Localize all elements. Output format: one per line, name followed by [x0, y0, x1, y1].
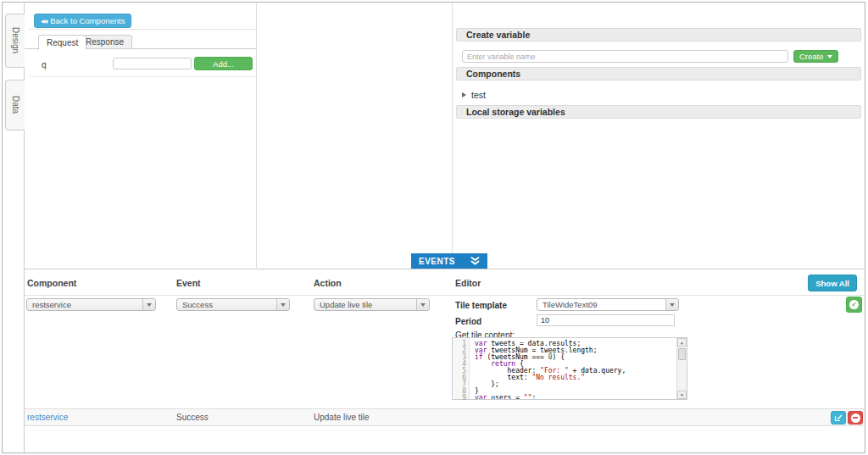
divider: [29, 29, 256, 30]
back-to-components-button[interactable]: ◀◀ Back to Components: [34, 14, 131, 28]
caret-down-icon: [670, 303, 675, 307]
column-component: Component: [27, 278, 76, 288]
component-select-value: restservice: [32, 299, 71, 310]
pencil-square-icon: [834, 413, 843, 422]
expander-icon: [462, 92, 466, 97]
row-action-value: Update live tile: [314, 409, 370, 425]
variable-name-input[interactable]: [462, 50, 788, 63]
component-item-label: test: [471, 90, 486, 100]
events-collapse-toggle[interactable]: EVENTS: [411, 253, 487, 269]
caret-down-icon: [147, 303, 152, 307]
sidebar-tab-design[interactable]: Design: [5, 14, 25, 68]
code-line: text: "No results.": [475, 375, 676, 381]
delete-event-button[interactable]: [848, 411, 863, 424]
add-param-button[interactable]: Add...: [194, 57, 253, 70]
middle-panel: [258, 3, 453, 269]
event-select[interactable]: Success: [176, 298, 290, 311]
param-value-input[interactable]: [113, 58, 192, 69]
save-event-button[interactable]: ✓: [846, 297, 862, 313]
select-dropdown-button[interactable]: [276, 299, 289, 310]
edit-event-button[interactable]: [831, 411, 846, 424]
events-section: Component Event Action Editor Show All r…: [25, 270, 865, 452]
app-window: Design Data ◀◀ Back to Components Reques…: [2, 2, 865, 453]
components-header: Components: [456, 67, 861, 80]
component-select[interactable]: restservice: [26, 298, 156, 311]
action-select[interactable]: Update live tile: [314, 298, 430, 311]
create-variable-button[interactable]: Create: [793, 50, 838, 63]
caret-down-icon: [827, 55, 832, 58]
action-select-value: Update live tile: [320, 299, 372, 310]
minus-circle-icon: [851, 413, 860, 423]
back-icon: ◀◀: [41, 18, 47, 24]
scrollbar-thumb[interactable]: [678, 348, 686, 360]
request-panel: ◀◀ Back to Components Request Response q…: [25, 3, 257, 269]
param-name-label: q: [42, 60, 47, 69]
caret-down-icon: [420, 303, 426, 307]
side-tab-strip: Design Data: [3, 3, 24, 452]
request-response-tabbar: Request Response: [25, 35, 256, 49]
top-region: ◀◀ Back to Components Request Response q…: [25, 3, 865, 269]
period-input[interactable]: [537, 314, 675, 326]
events-label: EVENTS: [419, 257, 455, 266]
variables-panel: Create variable Create Components test L…: [453, 3, 865, 269]
tile-template-label: Tile template: [455, 301, 507, 310]
create-variable-header: Create variable: [456, 28, 861, 42]
local-storage-header: Local storage variables: [456, 105, 861, 119]
tile-template-select[interactable]: TileWideText09: [537, 298, 679, 311]
divider: [29, 76, 256, 77]
events-header-row: Component Event Action Editor Show All: [25, 270, 865, 296]
event-table-row: restservice Success Update live tile: [25, 408, 865, 426]
back-button-label: Back to Components: [50, 16, 125, 25]
component-tree-item-test[interactable]: test: [462, 87, 486, 102]
editor-scrollbar[interactable]: ▲ ▼: [676, 338, 687, 399]
select-dropdown-button[interactable]: [416, 299, 429, 310]
code-line: var users = "";: [475, 395, 676, 399]
code-lines[interactable]: var tweets = data.results;var tweetsNum …: [470, 338, 676, 399]
row-component-link[interactable]: restservice: [27, 409, 68, 425]
column-action: Action: [314, 278, 342, 288]
main-area: ◀◀ Back to Components Request Response q…: [24, 3, 865, 452]
select-dropdown-button[interactable]: [142, 299, 155, 310]
check-circle-icon: ✓: [849, 300, 859, 309]
show-all-button[interactable]: Show All: [808, 275, 857, 291]
scroll-down-button[interactable]: ▼: [677, 391, 687, 399]
code-gutter: 123456789: [453, 338, 470, 399]
code-editor[interactable]: 123456789 var tweets = data.results;var …: [452, 337, 687, 400]
code-line: };: [475, 381, 676, 388]
period-label: Period: [455, 317, 481, 326]
select-dropdown-button[interactable]: [665, 299, 678, 310]
create-button-label: Create: [799, 52, 824, 61]
scroll-up-button[interactable]: ▲: [677, 338, 687, 347]
tile-template-value: TileWideText09: [542, 299, 598, 310]
line-number: 9: [453, 395, 466, 402]
row-event-value: Success: [176, 409, 209, 425]
column-event: Event: [176, 278, 201, 288]
sidebar-tab-data[interactable]: Data: [5, 80, 25, 130]
event-select-value: Success: [182, 299, 213, 310]
double-chevron-down-icon: [470, 257, 480, 265]
tab-request[interactable]: Request: [38, 35, 86, 50]
column-editor: Editor: [455, 278, 481, 288]
caret-down-icon: [281, 303, 286, 307]
